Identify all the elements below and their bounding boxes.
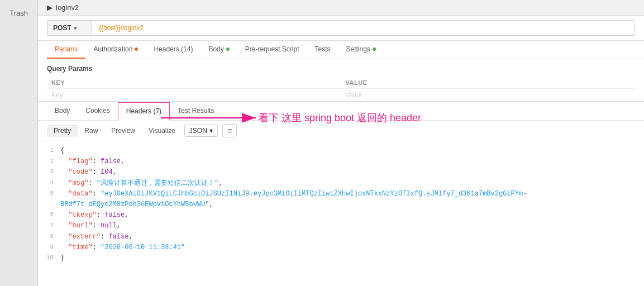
- fmt-tab-visualize[interactable]: Visualize: [142, 125, 182, 137]
- params-table: KEY VALUE Key Value: [47, 77, 635, 101]
- json-format-label: JSON: [189, 127, 207, 135]
- json-line-6: 6 "tkexp": false,: [38, 210, 644, 221]
- tab-body[interactable]: Body: [201, 41, 237, 59]
- resp-tab-headers[interactable]: Headers (7): [118, 102, 170, 121]
- method-label: POST: [53, 24, 71, 32]
- query-params-section: Query Params KEY VALUE Key Value: [38, 59, 644, 101]
- response-area: 看下 这里 spring boot 返回的 header Body Cookie…: [38, 101, 644, 286]
- json-chevron-icon: ▾: [209, 127, 213, 135]
- wrap-button[interactable]: ≡: [222, 124, 237, 137]
- json-line-3: 3 "code": 104,: [38, 167, 644, 178]
- json-line-10: 10 }: [38, 253, 644, 264]
- fmt-tab-raw[interactable]: Raw: [78, 125, 104, 137]
- sidebar-trash[interactable]: Trash: [7, 4, 30, 22]
- json-line-8: 8 "exterr": false,: [38, 232, 644, 242]
- json-line-1: 1 {: [38, 146, 644, 156]
- tab-tests[interactable]: Tests: [307, 41, 338, 59]
- resp-tab-testresults[interactable]: Test Results: [170, 102, 222, 120]
- resp-tab-body[interactable]: Body: [47, 102, 78, 120]
- chevron-down-icon: ▾: [74, 25, 77, 31]
- method-select[interactable]: POST ▾: [47, 20, 92, 36]
- breadcrumb-title: loginv2: [56, 3, 79, 12]
- response-tabs: Body Cookies Headers (7) Test Results: [38, 102, 644, 121]
- breadcrumb: ▶ loginv2: [38, 0, 644, 16]
- tab-headers[interactable]: Headers (14): [146, 41, 201, 59]
- tab-settings[interactable]: Settings: [338, 41, 384, 59]
- body-dot: [226, 47, 230, 51]
- tab-prerequest[interactable]: Pre-request Script: [237, 41, 307, 59]
- url-bar: POST ▾: [38, 16, 644, 41]
- sidebar: Trash: [0, 0, 38, 286]
- breadcrumb-arrow: ▶: [47, 3, 53, 12]
- fmt-tab-preview[interactable]: Preview: [104, 125, 142, 137]
- key-col-header: KEY: [47, 77, 341, 89]
- authorization-dot: [135, 47, 138, 51]
- json-line-2: 2 "flag": false,: [38, 156, 644, 167]
- json-format-select[interactable]: JSON ▾: [184, 125, 218, 137]
- query-params-title: Query Params: [47, 65, 635, 73]
- key-cell[interactable]: Key: [47, 89, 341, 102]
- main-content: ▶ loginv2 POST ▾ Params Authorization He…: [38, 0, 644, 286]
- value-cell[interactable]: Value: [341, 89, 636, 102]
- request-tabs: Params Authorization Headers (14) Body P…: [38, 41, 644, 59]
- tab-authorization[interactable]: Authorization: [85, 41, 146, 59]
- settings-dot: [373, 47, 376, 51]
- json-line-9: 9 "time": "2020-06-10 11:38:41": [38, 242, 644, 253]
- json-line-7: 7 "hurl": null,: [38, 221, 644, 231]
- fmt-tab-pretty[interactable]: Pretty: [47, 125, 78, 137]
- tab-params[interactable]: Params: [47, 41, 85, 59]
- value-col-header: VALUE: [341, 77, 636, 89]
- json-body: 1 { 2 "flag": false, 3 "code": 104, 4 "m…: [38, 141, 644, 286]
- resp-tab-cookies[interactable]: Cookies: [78, 102, 117, 120]
- json-line-5: 5 "data": "eyJ0eXAiOiJKV1QiLCJhbGciOiJSU…: [38, 189, 644, 210]
- format-tabs: Pretty Raw Preview Visualize JSON ▾ ≡: [38, 121, 644, 141]
- url-input[interactable]: [92, 20, 635, 36]
- json-line-4: 4 "msg": "风险计算不通过，需要短信二次认证！",: [38, 178, 644, 189]
- params-row: Key Value: [47, 89, 635, 102]
